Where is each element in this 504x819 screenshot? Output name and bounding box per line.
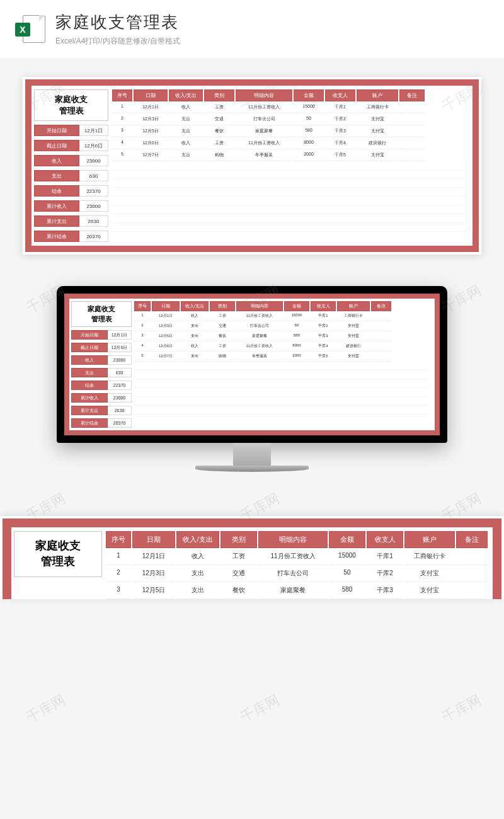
table-cell: 12月3日 <box>134 113 168 125</box>
stat-row: 结余22370 <box>34 185 108 197</box>
column-header: 收支人 <box>325 89 355 101</box>
table-cell: 15000 <box>284 311 309 321</box>
stat-label: 累计收入 <box>34 200 79 212</box>
stat-value: 2630 <box>108 406 132 415</box>
table-cell: 千库5 <box>311 352 336 362</box>
table-cell: 冬季服装 <box>236 352 283 362</box>
table-cell: 12月1日 <box>134 101 168 113</box>
table-cell: 千库5 <box>325 149 355 161</box>
table-cell: 12月6日 <box>152 341 180 352</box>
column-header: 金额 <box>294 89 324 101</box>
table-cell: 3 <box>112 125 132 137</box>
table-cell: 交通 <box>204 113 234 125</box>
stat-label: 收入 <box>34 155 79 166</box>
table-cell: 4 <box>112 137 132 149</box>
table-cell: 支付宝 <box>337 321 370 331</box>
column-header: 金额 <box>329 531 365 548</box>
stat-label: 截止日期 <box>34 140 79 151</box>
table-cell: 餐饮 <box>204 125 234 137</box>
stat-label: 累计收入 <box>71 393 108 403</box>
stat-row: 累计结余20370 <box>71 418 132 428</box>
table-row: 312月5日支出餐饮家庭聚餐580千库3支付宝 <box>134 331 430 341</box>
spreadsheet: 家庭收支管理表开始日期12月1日截止日期12月6日收入23000支出630结余2… <box>25 79 479 252</box>
table-cell: 交通 <box>220 565 257 582</box>
column-header: 金额 <box>284 301 309 311</box>
monitor-mockup: 家庭收支管理表开始日期12月1日截止日期12月6日收入23000支出630结余2… <box>0 261 504 478</box>
table-row: 212月3日支出交通打车去公司50千库2支付宝 <box>112 113 466 125</box>
stat-label: 开始日期 <box>71 330 108 340</box>
table-cell: 支付宝 <box>357 125 398 137</box>
table-cell: 12月7日 <box>134 149 168 161</box>
table-cell: 支出 <box>181 352 209 362</box>
table-cell: 580 <box>294 125 324 137</box>
stat-value: 20370 <box>108 418 132 428</box>
stat-row: 开始日期12月1日 <box>34 125 108 136</box>
table-cell: 8000 <box>284 341 309 352</box>
table-cell: 12月5日 <box>132 582 175 599</box>
table-cell: 千库3 <box>367 582 403 599</box>
table-cell <box>456 582 488 599</box>
table-cell: 工商银行卡 <box>337 311 370 321</box>
page-subtitle: Excel/A4打印/内容随意修改/自带格式 <box>55 36 180 47</box>
stat-label: 结余 <box>71 381 108 390</box>
stat-value: 23000 <box>108 393 132 403</box>
stat-label: 累计支出 <box>34 215 79 227</box>
column-header: 明细内容 <box>258 531 328 548</box>
column-header: 收入/支出 <box>181 301 209 311</box>
table-cell: 5 <box>134 352 151 362</box>
table-cell: 千库4 <box>325 137 355 149</box>
table-cell <box>371 352 391 362</box>
table-cell: 冬季服装 <box>236 149 292 161</box>
stat-label: 截止日期 <box>71 343 108 352</box>
stat-label: 支出 <box>34 170 79 181</box>
column-header: 序号 <box>112 89 132 101</box>
template-preview: 家庭收支管理表开始日期12月1日截止日期12月6日收入23000支出630结余2… <box>0 58 504 261</box>
table-cell: 支出 <box>181 321 209 331</box>
sheet-title: 家庭收支管理表 <box>14 531 102 576</box>
table-row: 412月6日收入工资11月份工资收入8000千库4建设银行 <box>134 341 430 352</box>
table-cell: 3 <box>134 331 151 341</box>
stat-label: 收入 <box>71 355 108 365</box>
stat-value: 12月1日 <box>108 330 132 340</box>
table-cell: 支出 <box>169 113 203 125</box>
table-cell: 11月份工资收入 <box>236 311 283 321</box>
stat-value: 12月6日 <box>108 343 132 352</box>
table-cell: 交通 <box>210 321 235 331</box>
table-cell: 12月5日 <box>152 331 180 341</box>
column-header: 收入/支出 <box>176 531 219 548</box>
column-header: 日期 <box>132 531 175 548</box>
column-header: 备注 <box>371 301 391 311</box>
table-row: 312月5日支出餐饮家庭聚餐580千库3支付宝 <box>112 125 466 137</box>
table-cell: 12月6日 <box>134 137 168 149</box>
column-header: 明细内容 <box>236 89 292 101</box>
table-cell: 支付宝 <box>337 331 370 341</box>
table-cell: 支出 <box>181 331 209 341</box>
table-cell: 支出 <box>176 565 219 582</box>
stat-value: 22370 <box>79 185 108 197</box>
table-cell: 收入 <box>181 341 209 352</box>
table-cell <box>399 149 425 161</box>
stat-label: 累计支出 <box>71 406 108 415</box>
stat-label: 开始日期 <box>34 125 79 136</box>
table-cell: 工资 <box>210 341 235 352</box>
table-cell: 1 <box>112 101 132 113</box>
table-cell: 收入 <box>169 101 203 113</box>
table-cell: 收入 <box>181 311 209 321</box>
table-cell: 50 <box>329 565 365 582</box>
table-cell <box>399 125 425 137</box>
table-cell <box>371 321 391 331</box>
column-header: 账户 <box>357 89 398 101</box>
table-cell: 15000 <box>294 101 324 113</box>
table-cell: 支出 <box>169 125 203 137</box>
spreadsheet-closeup: 家庭收支管理表序号日期收入/支出类别明细内容金额收支人账户备注112月1日收入工… <box>3 518 501 599</box>
table-cell: 千库2 <box>367 565 403 582</box>
stat-row: 累计支出2630 <box>71 406 132 415</box>
table-cell: 工资 <box>204 137 234 149</box>
table-cell: 家庭聚餐 <box>236 331 283 341</box>
column-header: 备注 <box>456 531 488 548</box>
table-cell: 家庭聚餐 <box>258 582 328 599</box>
table-cell: 12月3日 <box>132 565 175 582</box>
table-cell: 12月1日 <box>152 311 180 321</box>
table-cell: 千库3 <box>325 125 355 137</box>
table-cell: 家庭聚餐 <box>236 125 292 137</box>
